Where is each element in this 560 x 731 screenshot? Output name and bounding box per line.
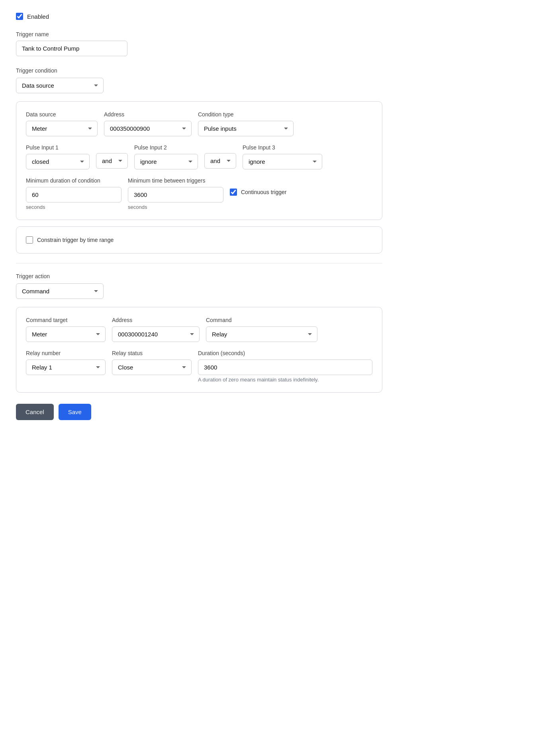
trigger-name-input[interactable] (16, 41, 127, 56)
condition-type-col: Condition type Pulse inputs (198, 111, 294, 136)
continuous-trigger-row: Continuous trigger (230, 187, 286, 196)
cmd-address-select[interactable]: 000300001240 (112, 326, 200, 342)
command-target-col: Command target Meter (26, 317, 106, 342)
trigger-condition-select[interactable]: Data source (16, 78, 104, 93)
continuous-trigger-checkbox[interactable] (230, 189, 237, 196)
relay-number-select[interactable]: Relay 1 (26, 360, 106, 375)
min-time-label: Minimum time between triggers (128, 177, 223, 184)
cmd-address-col: Address 000300001240 (112, 317, 200, 342)
pulse3-select[interactable]: ignore (243, 154, 322, 169)
continuous-trigger-label: Continuous trigger (241, 189, 286, 195)
relay-row: Relay number Relay 1 Relay status Close … (26, 350, 372, 383)
pulse-inputs-row: Pulse Input 1 closed and Pulse Input 2 i… (26, 144, 372, 169)
data-source-row1: Data source Meter Address 000350000900 C… (26, 111, 372, 136)
enabled-row: Enabled (16, 13, 382, 20)
command-select[interactable]: Relay (206, 326, 317, 342)
trigger-condition-label: Trigger condition (16, 67, 382, 74)
trigger-name-label: Trigger name (16, 31, 382, 37)
trigger-action-select[interactable]: Command (16, 283, 104, 299)
and2-select[interactable]: and (204, 153, 236, 169)
min-duration-input[interactable] (26, 187, 121, 202)
trigger-name-section: Trigger name (16, 31, 382, 56)
save-button[interactable]: Save (59, 404, 91, 420)
continuous-trigger-col: Continuous trigger (230, 177, 286, 196)
constrain-label: Constrain trigger by time range (37, 237, 114, 243)
relay-status-label: Relay status (112, 350, 192, 356)
duration-col: Duration (seconds) A duration of zero me… (198, 350, 372, 383)
pulse2-col: Pulse Input 2 ignore (134, 144, 198, 169)
and1-col: and (96, 153, 128, 169)
data-source-field-label: Data source (26, 111, 98, 118)
pulse1-select[interactable]: closed (26, 154, 90, 169)
min-duration-col: Minimum duration of condition seconds (26, 177, 121, 210)
condition-type-select[interactable]: Pulse inputs (198, 121, 294, 136)
command-target-label: Command target (26, 317, 106, 323)
relay-status-col: Relay status Close (112, 350, 192, 375)
relay-number-label: Relay number (26, 350, 106, 356)
min-duration-unit: seconds (26, 204, 121, 210)
and1-select[interactable]: and (96, 153, 128, 169)
cancel-button[interactable]: Cancel (16, 404, 54, 420)
enabled-checkbox[interactable] (16, 13, 23, 20)
min-duration-label: Minimum duration of condition (26, 177, 121, 184)
min-time-unit: seconds (128, 204, 223, 210)
trigger-condition-section: Trigger condition Data source (16, 67, 382, 93)
command-box: Command target Meter Address 00030000124… (16, 307, 382, 393)
cmd-address-label: Address (112, 317, 200, 323)
footer-buttons: Cancel Save (16, 404, 382, 420)
trigger-action-label: Trigger action (16, 273, 382, 279)
relay-number-col: Relay number Relay 1 (26, 350, 106, 375)
min-time-input[interactable] (128, 187, 223, 202)
command-col: Command Relay (206, 317, 317, 342)
pulse1-label: Pulse Input 1 (26, 144, 90, 151)
constrain-box: Constrain trigger by time range (16, 226, 382, 253)
address-field-label: Address (104, 111, 192, 118)
address-select[interactable]: 000350000900 (104, 121, 192, 136)
data-source-box: Data source Meter Address 000350000900 C… (16, 101, 382, 220)
pulse3-col: Pulse Input 3 ignore (243, 144, 322, 169)
command-row1: Command target Meter Address 00030000124… (26, 317, 372, 342)
relay-status-select[interactable]: Close (112, 360, 192, 375)
address-col: Address 000350000900 (104, 111, 192, 136)
constrain-checkbox[interactable] (26, 236, 33, 244)
divider (16, 263, 382, 263)
constrain-row: Constrain trigger by time range (26, 236, 372, 244)
enabled-label: Enabled (27, 13, 49, 20)
min-time-col: Minimum time between triggers seconds (128, 177, 223, 210)
duration-row: Minimum duration of condition seconds Mi… (26, 177, 372, 210)
condition-type-label: Condition type (198, 111, 294, 118)
pulse3-label: Pulse Input 3 (243, 144, 322, 151)
pulse2-select[interactable]: ignore (134, 154, 198, 169)
trigger-action-section: Trigger action Command (16, 273, 382, 299)
duration-label: Duration (seconds) (198, 350, 372, 356)
duration-input[interactable] (198, 360, 372, 375)
command-target-select[interactable]: Meter (26, 326, 106, 342)
command-label: Command (206, 317, 317, 323)
duration-hint: A duration of zero means maintain status… (198, 377, 372, 383)
data-source-col: Data source Meter (26, 111, 98, 136)
data-source-select[interactable]: Meter (26, 121, 98, 136)
pulse1-col: Pulse Input 1 closed (26, 144, 90, 169)
and2-col: and (204, 153, 236, 169)
pulse2-label: Pulse Input 2 (134, 144, 198, 151)
